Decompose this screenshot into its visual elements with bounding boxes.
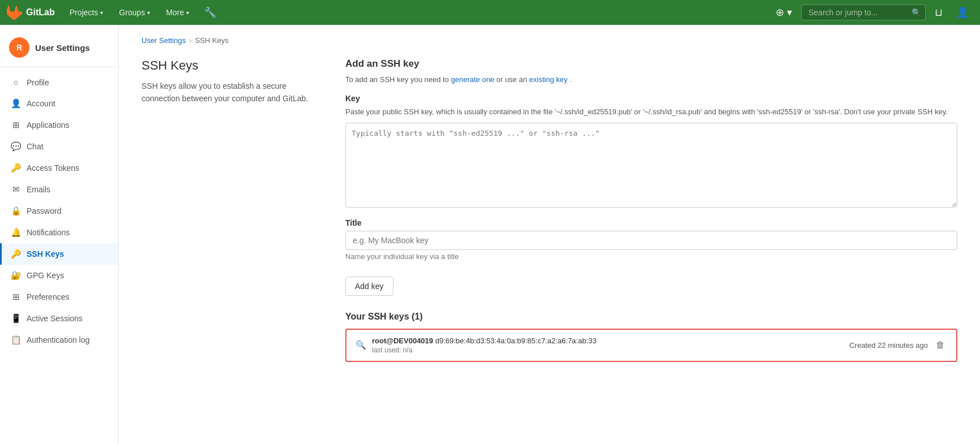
sidebar-item-notifications[interactable]: 🔔 Notifications <box>0 222 118 243</box>
search-icon: 🔍 <box>911 8 921 17</box>
ssh-key-created: Created 22 minutes ago <box>849 341 928 350</box>
ssh-key-last-used: last used: n/a <box>372 346 844 354</box>
your-ssh-keys-title: Your SSH keys (1) <box>345 312 957 322</box>
ssh-keys-icon: 🔑 <box>11 249 21 259</box>
access-tokens-icon: 🔑 <box>11 163 21 173</box>
key-description: To add an SSH key you need to generate o… <box>345 74 957 86</box>
left-column: SSH Keys SSH keys allow you to establish… <box>142 58 311 362</box>
search-input[interactable] <box>801 5 926 20</box>
key-field-label: Key <box>345 94 957 103</box>
content-columns: SSH Keys SSH keys allow you to establish… <box>142 58 957 362</box>
sidebar-item-profile[interactable]: ○ Profile <box>0 72 118 93</box>
delete-ssh-key-button[interactable]: 🗑 <box>934 338 947 352</box>
top-nav: GitLab Projects ▾ Groups ▾ More ▾ 🔧 ⊕ ▾ … <box>0 0 980 25</box>
sidebar-item-gpg-keys[interactable]: 🔐 GPG Keys <box>0 265 118 286</box>
auth-log-icon: 📋 <box>11 335 21 345</box>
search-wrap: 🔍 <box>801 5 926 20</box>
key-field-group: Key Paste your public SSH key, which is … <box>345 94 957 209</box>
sidebar-title: User Settings <box>35 43 90 53</box>
generate-one-link[interactable]: generate one <box>451 75 494 84</box>
title-sublabel: Name your individual key via a title <box>345 252 957 261</box>
ssh-key-item: 🔍 root@DEV004019 d9:69:be:4b:d3:53:4a:0a… <box>345 329 957 362</box>
account-icon: 👤 <box>11 98 21 109</box>
gitlab-logo-text: GitLab <box>26 7 55 18</box>
sidebar-item-chat[interactable]: 💬 Chat <box>0 136 118 157</box>
add-ssh-key-title: Add an SSH key <box>345 58 957 70</box>
password-icon: 🔒 <box>11 206 21 216</box>
sidebar-item-access-tokens[interactable]: 🔑 Access Tokens <box>0 157 118 179</box>
chevron-down-icon: ▾ <box>100 10 103 16</box>
main-content: User Settings › SSH Keys SSH Keys SSH ke… <box>119 25 980 444</box>
sidebar-item-preferences[interactable]: ⊞ Preferences <box>0 286 118 308</box>
chat-icon: 💬 <box>11 141 21 152</box>
emails-icon: ✉ <box>11 184 21 195</box>
sidebar-nav: ○ Profile 👤 Account ⊞ Applications 💬 Cha… <box>0 72 118 351</box>
sidebar-item-auth-log[interactable]: 📋 Authentication log <box>0 329 118 351</box>
ssh-key-fingerprint: root@DEV004019 d9:69:be:4b:d3:53:4a:0a:b… <box>372 337 844 345</box>
nav-wrench-icon[interactable]: 🔧 <box>199 4 221 21</box>
active-sessions-icon: 📱 <box>11 313 21 324</box>
key-search-icon: 🔍 <box>356 340 366 350</box>
breadcrumb-separator: › <box>189 36 191 45</box>
nav-plus-icon[interactable]: ⊕ ▾ <box>771 4 797 21</box>
sidebar: R User Settings ○ Profile 👤 Account ⊞ Ap… <box>0 25 119 444</box>
existing-key-link[interactable]: existing key <box>529 75 568 84</box>
notifications-icon: 🔔 <box>11 227 21 238</box>
breadcrumb-current: SSH Keys <box>195 36 228 45</box>
ssh-key-info: root@DEV004019 d9:69:be:4b:d3:53:4a:0a:b… <box>372 337 844 354</box>
page-description: SSH keys allow you to establish a secure… <box>142 80 311 105</box>
nav-merge-icon[interactable]: ⊔ <box>930 4 947 21</box>
applications-icon: ⊞ <box>11 120 21 130</box>
sidebar-header: R User Settings <box>0 31 118 67</box>
sidebar-item-active-sessions[interactable]: 📱 Active Sessions <box>0 308 118 329</box>
nav-more[interactable]: More ▾ <box>160 6 195 19</box>
gitlab-logo[interactable]: GitLab <box>7 5 55 20</box>
profile-icon: ○ <box>11 77 21 87</box>
breadcrumb-parent[interactable]: User Settings <box>142 36 186 45</box>
sidebar-item-applications[interactable]: ⊞ Applications <box>0 114 118 136</box>
avatar: R <box>9 37 29 58</box>
key-textarea[interactable] <box>345 123 957 208</box>
title-field-group: Title Name your individual key via a tit… <box>345 218 957 261</box>
chevron-down-icon: ▾ <box>186 10 189 16</box>
nav-projects[interactable]: Projects ▾ <box>64 6 109 19</box>
nav-user-icon[interactable]: 👤 <box>952 4 973 21</box>
sidebar-item-password[interactable]: 🔒 Password <box>0 200 118 222</box>
gpg-keys-icon: 🔐 <box>11 270 21 281</box>
sidebar-item-account[interactable]: 👤 Account <box>0 93 118 114</box>
breadcrumb: User Settings › SSH Keys <box>142 36 957 45</box>
preferences-icon: ⊞ <box>11 292 21 302</box>
chevron-down-icon: ▾ <box>147 10 150 16</box>
key-instruction: Paste your public SSH key, which is usua… <box>345 106 957 118</box>
title-input[interactable] <box>345 231 957 250</box>
right-column: Add an SSH key To add an SSH key you nee… <box>345 58 957 362</box>
add-key-button[interactable]: Add key <box>345 277 393 296</box>
app-layout: R User Settings ○ Profile 👤 Account ⊞ Ap… <box>0 0 980 444</box>
title-field-label: Title <box>345 218 957 227</box>
sidebar-item-emails[interactable]: ✉ Emails <box>0 179 118 200</box>
page-title: SSH Keys <box>142 58 311 73</box>
nav-groups[interactable]: Groups ▾ <box>113 6 156 19</box>
sidebar-item-ssh-keys[interactable]: 🔑 SSH Keys <box>0 243 118 265</box>
